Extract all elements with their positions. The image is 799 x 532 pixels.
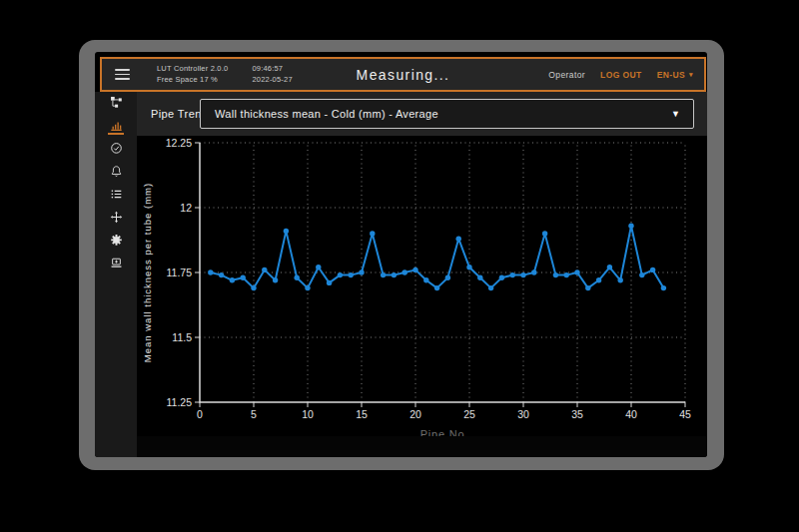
data-point (434, 285, 439, 290)
data-point (402, 269, 407, 274)
sidebar-item-check-circle[interactable] (105, 142, 127, 158)
data-point (349, 272, 354, 277)
data-point (585, 285, 590, 290)
x-axis-title: Pipe No (420, 428, 465, 436)
bell-icon (109, 165, 124, 178)
data-point (338, 272, 343, 277)
data-point (284, 229, 289, 234)
svg-text:5: 5 (251, 408, 257, 420)
data-point (251, 285, 256, 290)
data-point (639, 272, 644, 277)
trend-chart-area: 05101520253035404511.2511.511.751212.25M… (137, 136, 706, 436)
main-content: Pipe Trend Wall thickness mean - Cold (m… (137, 92, 707, 457)
svg-text:11.5: 11.5 (172, 331, 192, 343)
data-point (262, 267, 267, 272)
clock: 09:46:57 (252, 65, 292, 73)
data-point (661, 285, 666, 290)
status-title: Measuring... (357, 67, 450, 83)
trend-select-value: Wall thickness mean - Cold (mm) - Averag… (215, 108, 438, 120)
list-icon (109, 188, 124, 201)
svg-text:11.25: 11.25 (167, 396, 193, 408)
data-point (607, 265, 612, 269)
data-point (574, 269, 579, 274)
data-point (488, 285, 493, 290)
data-point (564, 272, 569, 277)
laptop-icon (109, 257, 124, 269)
trend-chart: 05101520253035404511.2511.511.751212.25M… (137, 136, 706, 436)
svg-text:10: 10 (302, 408, 314, 420)
data-point (412, 267, 417, 272)
data-point (499, 275, 504, 280)
system-info: LUT Controller 2.0.0 09:46:57 Free Space… (157, 65, 293, 84)
page: { "colors": { "accent": "#c97428", "line… (0, 0, 799, 532)
data-point (466, 265, 471, 269)
svg-text:25: 25 (463, 408, 475, 420)
y-axis-title: Mean wall thickness per tube (mm) (142, 183, 153, 362)
svg-text:11.75: 11.75 (167, 266, 193, 278)
app-version: LUT Controller 2.0.0 (157, 65, 228, 73)
data-point (477, 275, 482, 280)
svg-text:35: 35 (571, 408, 583, 420)
data-point (208, 269, 213, 274)
chevron-down-icon: ▾ (689, 71, 693, 79)
data-point (520, 272, 525, 277)
svg-text:15: 15 (356, 408, 368, 420)
sidebar-item-move[interactable] (105, 211, 127, 227)
bar-chart-icon (109, 119, 124, 132)
free-space: Free Space 17 % (157, 76, 228, 84)
trend-selector-row: Pipe Trend Wall thickness mean - Cold (m… (137, 92, 707, 136)
trend-line (211, 226, 664, 287)
data-point (510, 272, 515, 277)
date: 2022-05-27 (252, 76, 292, 84)
top-status-bar: LUT Controller 2.0.0 09:46:57 Free Space… (100, 57, 706, 92)
data-point (295, 275, 300, 280)
data-point (553, 272, 558, 277)
user-role: Operator (548, 70, 585, 80)
workflow-icon (109, 96, 124, 109)
select-caret-icon: ▼ (671, 109, 680, 119)
sidebar-item-workflow[interactable] (105, 96, 127, 112)
sidebar-item-list[interactable] (105, 188, 127, 204)
topbar-right: Operator LOG OUT EN-US ▾ (548, 70, 693, 80)
language-selector[interactable]: EN-US ▾ (657, 70, 693, 80)
check-circle-icon (109, 142, 124, 155)
data-point (230, 277, 235, 282)
svg-text:45: 45 (679, 408, 691, 420)
data-point (327, 280, 332, 285)
data-point (596, 277, 601, 282)
sidebar-item-bell[interactable] (105, 165, 127, 181)
sidebar-item-bar-chart[interactable] (105, 119, 127, 135)
data-point (241, 275, 246, 280)
language-label: EN-US (657, 70, 685, 80)
data-point (456, 237, 461, 242)
svg-text:12.25: 12.25 (166, 137, 192, 149)
data-point (273, 277, 278, 282)
data-point (542, 231, 547, 236)
svg-text:12: 12 (180, 202, 192, 214)
data-point (316, 265, 321, 269)
svg-text:20: 20 (409, 408, 421, 420)
device-frame: LUT Controller 2.0.0 09:46:57 Free Space… (79, 40, 724, 470)
data-point (531, 269, 536, 274)
svg-text:30: 30 (517, 408, 529, 420)
menu-icon[interactable] (115, 69, 130, 79)
data-point (618, 277, 623, 282)
data-point (381, 272, 386, 277)
sidebar-item-laptop[interactable] (105, 257, 127, 272)
data-point (445, 275, 450, 280)
trend-select[interactable]: Wall thickness mean - Cold (mm) - Averag… (200, 99, 694, 129)
data-point (423, 277, 428, 282)
data-point (305, 285, 310, 290)
move-icon (109, 211, 124, 224)
app-screen: LUT Controller 2.0.0 09:46:57 Free Space… (95, 52, 707, 457)
data-point (628, 224, 633, 229)
svg-text:0: 0 (197, 408, 203, 420)
sidebar-item-gear[interactable] (105, 234, 127, 250)
svg-text:40: 40 (625, 408, 637, 420)
sidebar (95, 92, 137, 457)
logout-button[interactable]: LOG OUT (600, 70, 642, 80)
gear-icon (109, 234, 124, 247)
data-point (650, 267, 655, 272)
data-point (370, 231, 375, 236)
data-point (219, 272, 224, 277)
